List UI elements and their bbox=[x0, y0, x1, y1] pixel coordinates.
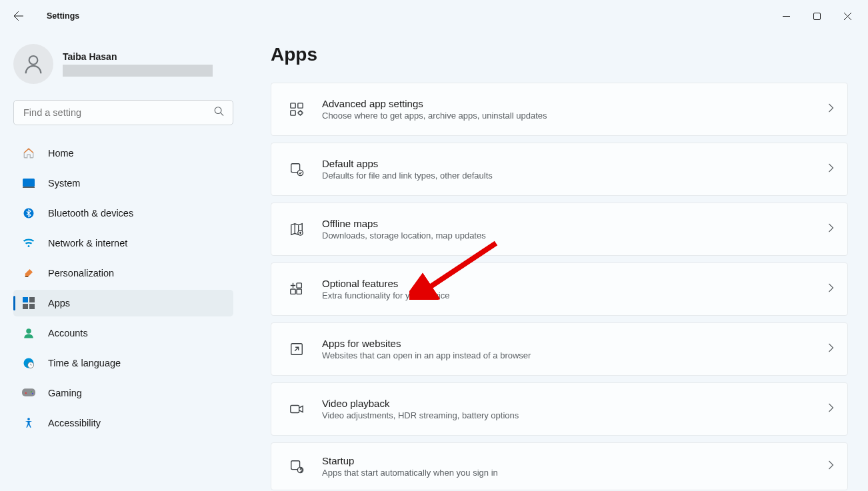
svg-rect-17 bbox=[291, 103, 295, 108]
home-icon bbox=[21, 146, 36, 161]
open-external-icon bbox=[287, 340, 306, 358]
sidebar-item-personalization[interactable]: Personalization bbox=[13, 260, 233, 286]
svg-rect-19 bbox=[298, 103, 303, 108]
svg-rect-4 bbox=[23, 187, 35, 188]
card-video-playback[interactable]: Video playback Video adjustments, HDR st… bbox=[271, 382, 848, 436]
svg-rect-0 bbox=[813, 13, 820, 19]
svg-point-16 bbox=[27, 418, 30, 420]
content-area: Apps Advanced app settings Choose where … bbox=[247, 32, 868, 491]
account-icon bbox=[21, 326, 36, 340]
optional-features-icon bbox=[287, 280, 306, 298]
search-input[interactable] bbox=[13, 100, 233, 125]
card-apps-for-websites[interactable]: Apps for websites Websites that can open… bbox=[271, 322, 848, 376]
card-subtitle: Defaults for file and link types, other … bbox=[322, 171, 828, 181]
chevron-right-icon bbox=[828, 403, 834, 415]
svg-point-20 bbox=[299, 111, 303, 115]
card-startup[interactable]: Startup Apps that start automatically wh… bbox=[271, 442, 848, 490]
accessibility-icon bbox=[21, 416, 36, 430]
card-subtitle: Extra functionality for your device bbox=[322, 290, 828, 300]
card-subtitle: Video adjustments, HDR streaming, batter… bbox=[322, 410, 828, 420]
chevron-right-icon bbox=[828, 103, 834, 115]
bluetooth-icon bbox=[21, 206, 36, 221]
nav-label: Accessibility bbox=[48, 418, 101, 428]
advanced-settings-icon bbox=[287, 100, 306, 119]
svg-point-10 bbox=[26, 328, 31, 334]
svg-rect-25 bbox=[297, 289, 301, 294]
sidebar-item-accounts[interactable]: Accounts bbox=[13, 320, 233, 346]
svg-point-2 bbox=[215, 107, 221, 114]
wifi-icon bbox=[21, 236, 36, 250]
chevron-right-icon bbox=[828, 223, 834, 235]
card-optional-features[interactable]: Optional features Extra functionality fo… bbox=[271, 262, 848, 316]
sidebar-item-bluetooth[interactable]: Bluetooth & devices bbox=[13, 200, 233, 227]
map-icon bbox=[287, 220, 306, 239]
sidebar-item-accessibility[interactable]: Accessibility bbox=[13, 410, 233, 436]
card-default-apps[interactable]: Default apps Defaults for file and link … bbox=[271, 143, 848, 196]
maximize-button[interactable] bbox=[801, 5, 832, 27]
card-subtitle: Downloads, storage location, map updates bbox=[322, 231, 828, 241]
card-subtitle: Websites that can open in an app instead… bbox=[322, 350, 828, 360]
nav-label: Personalization bbox=[48, 268, 114, 278]
chevron-right-icon bbox=[828, 460, 834, 472]
card-title: Offline maps bbox=[322, 218, 828, 229]
svg-rect-3 bbox=[23, 179, 35, 187]
page-title: Apps bbox=[271, 44, 848, 65]
card-advanced-app-settings[interactable]: Advanced app settings Choose where to ge… bbox=[271, 83, 848, 136]
svg-point-13 bbox=[25, 392, 27, 394]
nav-label: Network & internet bbox=[48, 238, 127, 248]
nav-label: Home bbox=[48, 148, 74, 159]
svg-rect-9 bbox=[29, 304, 35, 309]
nav-label: Accounts bbox=[48, 328, 88, 338]
system-icon bbox=[21, 176, 36, 191]
person-icon bbox=[22, 53, 45, 75]
card-offline-maps[interactable]: Offline maps Downloads, storage location… bbox=[271, 203, 848, 256]
svg-rect-7 bbox=[29, 297, 35, 302]
nav-label: Apps bbox=[48, 298, 70, 308]
svg-rect-26 bbox=[297, 283, 301, 288]
sidebar-item-network[interactable]: Network & internet bbox=[13, 230, 233, 256]
arrow-left-icon bbox=[13, 11, 24, 21]
sidebar-item-home[interactable]: Home bbox=[13, 140, 233, 167]
svg-point-1 bbox=[29, 56, 38, 65]
chevron-right-icon bbox=[828, 343, 834, 355]
clock-globe-icon bbox=[21, 356, 36, 370]
caption-controls bbox=[771, 5, 863, 27]
profile-block[interactable]: Taiba Hasan bbox=[13, 44, 233, 84]
card-subtitle: Apps that start automatically when you s… bbox=[322, 468, 828, 478]
close-button[interactable] bbox=[832, 5, 863, 27]
username: Taiba Hasan bbox=[63, 51, 213, 62]
sidebar-item-system[interactable]: System bbox=[13, 170, 233, 197]
card-subtitle: Choose where to get apps, archive apps, … bbox=[322, 111, 828, 121]
svg-rect-24 bbox=[291, 289, 295, 294]
avatar bbox=[13, 44, 53, 84]
search-wrapper bbox=[13, 100, 233, 125]
app-title: Settings bbox=[47, 11, 79, 21]
svg-point-14 bbox=[31, 391, 32, 392]
maximize-icon bbox=[813, 13, 821, 20]
sidebar-item-time[interactable]: Time & language bbox=[13, 350, 233, 376]
apps-icon bbox=[21, 296, 36, 310]
default-apps-icon bbox=[287, 160, 306, 179]
nav-list: Home System Bluetooth & devices Network … bbox=[13, 140, 233, 436]
sidebar-item-apps[interactable]: Apps bbox=[13, 290, 233, 316]
svg-rect-18 bbox=[291, 111, 295, 115]
sidebar-item-gaming[interactable]: Gaming bbox=[13, 380, 233, 406]
video-icon bbox=[287, 400, 306, 418]
card-title: Default apps bbox=[322, 158, 828, 169]
nav-label: Time & language bbox=[48, 358, 121, 368]
card-title: Startup bbox=[322, 455, 828, 466]
nav-label: Gaming bbox=[48, 388, 82, 398]
search-icon bbox=[214, 107, 224, 119]
nav-label: Bluetooth & devices bbox=[48, 208, 133, 219]
sidebar: Taiba Hasan Home System bbox=[0, 32, 247, 491]
svg-rect-28 bbox=[291, 406, 299, 413]
minimize-button[interactable] bbox=[771, 5, 801, 27]
gamepad-icon bbox=[21, 386, 36, 400]
svg-rect-8 bbox=[23, 304, 28, 309]
card-title: Optional features bbox=[322, 278, 828, 289]
card-title: Video playback bbox=[322, 398, 828, 409]
svg-point-15 bbox=[32, 393, 33, 394]
nav-label: System bbox=[48, 178, 80, 189]
back-button[interactable] bbox=[5, 3, 32, 29]
card-title: Apps for websites bbox=[322, 338, 828, 349]
